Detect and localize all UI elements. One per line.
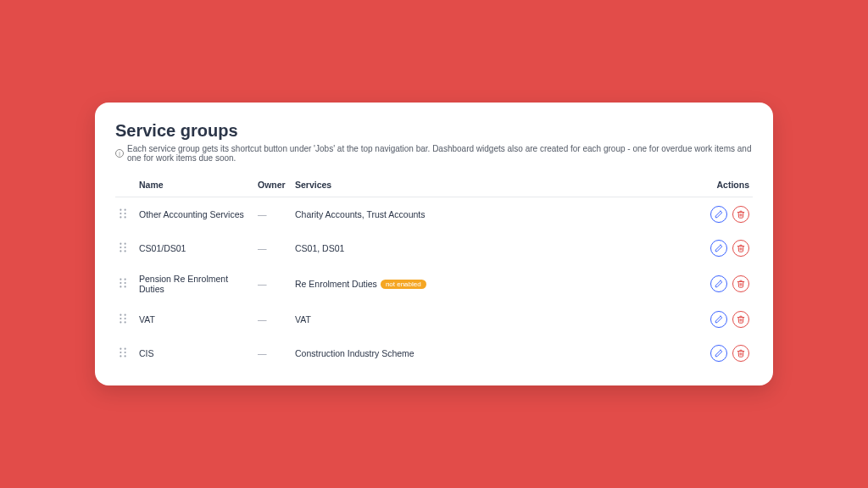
table-row: CIS—Construction Industry Scheme	[115, 336, 753, 370]
cell-name: CS01/DS01	[136, 231, 254, 265]
edit-button[interactable]	[710, 206, 727, 223]
svg-point-27	[125, 352, 126, 353]
table-row: CS01/DS01—CS01, DS01	[115, 231, 753, 265]
row-actions	[705, 311, 749, 328]
svg-point-5	[125, 216, 126, 218]
cell-name: Pension Re Enrolment Duties	[136, 265, 254, 302]
page-title: Service groups	[115, 121, 753, 141]
svg-point-29	[125, 355, 126, 357]
col-header-actions: Actions	[702, 175, 753, 197]
svg-point-8	[120, 247, 121, 248]
delete-button[interactable]	[732, 275, 749, 292]
svg-point-6	[120, 243, 121, 245]
svg-point-20	[120, 318, 121, 319]
edit-button[interactable]	[710, 275, 727, 292]
col-header-name: Name	[136, 175, 254, 197]
svg-point-15	[125, 282, 126, 284]
drag-handle-icon[interactable]	[119, 347, 127, 358]
edit-button[interactable]	[710, 345, 727, 362]
cell-services: Construction Industry Scheme	[292, 336, 702, 370]
row-actions	[705, 345, 749, 362]
cell-services: Charity Accounts, Trust Accounts	[292, 197, 702, 232]
services-text: Re Enrolment Duties	[295, 279, 377, 289]
edit-button[interactable]	[710, 311, 727, 328]
row-actions	[705, 275, 749, 292]
delete-button[interactable]	[732, 311, 749, 328]
cell-owner: —	[254, 302, 292, 336]
svg-point-9	[125, 247, 126, 248]
col-header-services: Services	[292, 175, 702, 197]
drag-handle-icon[interactable]	[119, 313, 127, 324]
svg-point-23	[125, 321, 126, 323]
drag-handle-icon[interactable]	[119, 241, 127, 253]
delete-button[interactable]	[732, 240, 749, 257]
cell-services: CS01, DS01	[292, 231, 702, 265]
page-description: i Each service group gets its shortcut b…	[115, 144, 753, 163]
delete-button[interactable]	[732, 345, 749, 362]
svg-point-28	[120, 355, 121, 357]
drag-handle-icon[interactable]	[119, 208, 127, 219]
cell-name: VAT	[136, 302, 254, 336]
svg-point-24	[120, 348, 121, 350]
service-groups-table: Name Owner Services Actions Other Accoun…	[115, 175, 753, 370]
table-row: Pension Re Enrolment Duties—Re Enrolment…	[115, 265, 753, 302]
services-text: CS01, DS01	[295, 243, 344, 253]
delete-button[interactable]	[732, 206, 749, 223]
services-text: Charity Accounts, Trust Accounts	[295, 209, 426, 219]
cell-owner: —	[254, 265, 292, 302]
services-text: VAT	[295, 314, 311, 324]
svg-point-21	[125, 318, 126, 319]
row-actions	[705, 206, 749, 223]
cell-name: CIS	[136, 336, 254, 370]
svg-point-13	[125, 279, 126, 280]
cell-services: VAT	[292, 302, 702, 336]
svg-point-12	[120, 279, 121, 280]
service-groups-card: Service groups i Each service group gets…	[95, 103, 773, 385]
svg-point-2	[120, 213, 121, 214]
svg-point-4	[120, 216, 121, 218]
cell-owner: —	[254, 231, 292, 265]
svg-point-18	[120, 314, 121, 316]
cell-name: Other Accounting Services	[136, 197, 254, 232]
svg-point-10	[120, 250, 121, 252]
not-enabled-badge: not enabled	[381, 280, 426, 289]
drag-handle-icon[interactable]	[119, 277, 127, 289]
col-header-handle	[115, 175, 136, 197]
svg-point-22	[120, 321, 121, 323]
services-text: Construction Industry Scheme	[295, 348, 415, 358]
svg-point-25	[125, 348, 126, 350]
cell-owner: —	[254, 197, 292, 232]
svg-point-19	[125, 314, 126, 316]
row-actions	[705, 240, 749, 257]
svg-point-1	[125, 209, 126, 211]
svg-point-11	[125, 250, 126, 252]
cell-services: Re Enrolment Dutiesnot enabled	[292, 265, 702, 302]
col-header-owner: Owner	[254, 175, 292, 197]
table-row: VAT—VAT	[115, 302, 753, 336]
cell-owner: —	[254, 336, 292, 370]
svg-point-26	[120, 352, 121, 353]
edit-button[interactable]	[710, 240, 727, 257]
info-icon: i	[115, 149, 124, 158]
svg-point-0	[120, 209, 121, 211]
svg-point-3	[125, 213, 126, 214]
svg-point-7	[125, 243, 126, 245]
svg-point-16	[120, 286, 121, 287]
description-text: Each service group gets its shortcut but…	[127, 144, 753, 163]
table-row: Other Accounting Services—Charity Accoun…	[115, 197, 753, 232]
svg-point-17	[125, 286, 126, 287]
svg-point-14	[120, 282, 121, 284]
